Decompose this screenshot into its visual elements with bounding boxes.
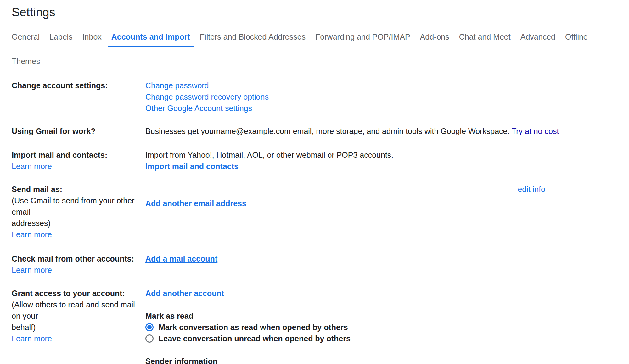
- mark-as-read-heading: Mark as read: [145, 310, 616, 322]
- tab-offline[interactable]: Offline: [565, 29, 588, 49]
- send-mail-as-description-line2: addresses): [12, 218, 145, 229]
- section-label-column: Using Gmail for work?: [12, 125, 145, 137]
- tab-row-1: General Labels Inbox Accounts and Import…: [12, 29, 616, 49]
- grant-access-description-line1: (Allow others to read and send mail on y…: [12, 299, 145, 322]
- tab-inbox[interactable]: Inbox: [82, 29, 102, 49]
- import-mail-and-contacts-label: Import mail and contacts:: [12, 149, 145, 161]
- radio-button-icon[interactable]: [145, 323, 154, 331]
- spacer: [145, 299, 616, 310]
- tab-accounts-and-import[interactable]: Accounts and Import: [111, 29, 190, 49]
- workspace-promo-text: Businesses get yourname@example.com emai…: [145, 125, 616, 137]
- section-content-column: Add a mail account: [145, 253, 616, 276]
- radio-leave-conversation-unread-label[interactable]: Leave conversation unread when opened by…: [159, 333, 351, 344]
- tab-row-2: Themes: [12, 53, 616, 72]
- section-label-column: Grant access to your account: (Allow oth…: [12, 288, 145, 364]
- section-content-column: Add another email address: [145, 184, 616, 240]
- add-another-account-link[interactable]: Add another account: [145, 288, 616, 299]
- send-mail-as-label: Send mail as:: [12, 184, 145, 195]
- section-grant-access-to-your-account: Grant access to your account: (Allow oth…: [12, 278, 616, 364]
- add-another-email-address-link[interactable]: Add another email address: [145, 198, 616, 209]
- section-content-column: Businesses get yourname@example.com emai…: [145, 125, 616, 137]
- check-mail-from-other-accounts-label: Check mail from other accounts:: [12, 253, 145, 264]
- sender-information-heading: Sender information: [145, 356, 616, 364]
- using-gmail-for-work-label: Using Gmail for work?: [12, 125, 145, 137]
- import-mail-and-contacts-link[interactable]: Import mail and contacts: [145, 161, 616, 172]
- tab-labels[interactable]: Labels: [49, 29, 73, 49]
- radio-mark-conversation-as-read[interactable]: Mark conversation as read when opened by…: [145, 322, 616, 333]
- section-check-mail-from-other-accounts: Check mail from other accounts: Learn mo…: [12, 245, 616, 278]
- import-learn-more-link[interactable]: Learn more: [12, 161, 145, 172]
- gmail-settings-page: Settings General Labels Inbox Accounts a…: [0, 0, 629, 364]
- section-content-column: Change password Change password recovery…: [145, 80, 616, 114]
- add-a-mail-account-link[interactable]: Add a mail account: [145, 253, 616, 264]
- section-send-mail-as: Send mail as: (Use Gmail to send from yo…: [12, 177, 616, 245]
- tab-advanced[interactable]: Advanced: [520, 29, 555, 49]
- grant-access-learn-more-link[interactable]: Learn more: [12, 333, 145, 344]
- section-change-account-settings: Change account settings: Change password…: [12, 72, 616, 117]
- section-label-column: Import mail and contacts: Learn more: [12, 149, 145, 172]
- tab-filters-and-blocked-addresses[interactable]: Filters and Blocked Addresses: [200, 29, 306, 49]
- change-account-settings-label: Change account settings:: [12, 80, 145, 91]
- tab-forwarding-and-pop-imap[interactable]: Forwarding and POP/IMAP: [315, 29, 410, 49]
- try-at-no-cost-link[interactable]: Try at no cost: [512, 127, 559, 135]
- section-label-column: Check mail from other accounts: Learn mo…: [12, 253, 145, 276]
- workspace-promo-sentence: Businesses get yourname@example.com emai…: [145, 127, 512, 135]
- section-import-mail-and-contacts: Import mail and contacts: Learn more Imp…: [12, 141, 616, 177]
- section-content-column: Add another account Mark as read Mark co…: [145, 288, 616, 364]
- section-label-column: Send mail as: (Use Gmail to send from yo…: [12, 184, 145, 240]
- section-content-column: Import from Yahoo!, Hotmail, AOL, or oth…: [145, 149, 616, 172]
- change-password-recovery-options-link[interactable]: Change password recovery options: [145, 91, 616, 102]
- section-using-gmail-for-work: Using Gmail for work? Businesses get you…: [12, 117, 616, 141]
- other-google-account-settings-link[interactable]: Other Google Account settings: [145, 102, 616, 114]
- send-mail-as-learn-more-link[interactable]: Learn more: [12, 229, 145, 240]
- section-label-column: Change account settings:: [12, 80, 145, 114]
- spacer: [145, 344, 616, 356]
- tab-general[interactable]: General: [12, 29, 40, 49]
- grant-access-label: Grant access to your account:: [12, 288, 145, 299]
- page-title: Settings: [12, 0, 616, 20]
- edit-info-link[interactable]: edit info: [518, 184, 545, 195]
- check-mail-learn-more-link[interactable]: Learn more: [12, 264, 145, 276]
- radio-leave-conversation-unread[interactable]: Leave conversation unread when opened by…: [145, 333, 616, 344]
- settings-tab-bar: General Labels Inbox Accounts and Import…: [12, 29, 616, 72]
- tab-themes[interactable]: Themes: [12, 53, 40, 72]
- change-password-link[interactable]: Change password: [145, 80, 616, 91]
- tab-chat-and-meet[interactable]: Chat and Meet: [459, 29, 511, 49]
- radio-button-icon[interactable]: [145, 334, 154, 343]
- tab-add-ons[interactable]: Add-ons: [420, 29, 449, 49]
- send-mail-as-description-line1: (Use Gmail to send from your other email: [12, 195, 145, 218]
- radio-mark-conversation-as-read-label[interactable]: Mark conversation as read when opened by…: [159, 322, 348, 333]
- grant-access-description-line2: behalf): [12, 322, 145, 333]
- import-description-text: Import from Yahoo!, Hotmail, AOL, or oth…: [145, 149, 616, 161]
